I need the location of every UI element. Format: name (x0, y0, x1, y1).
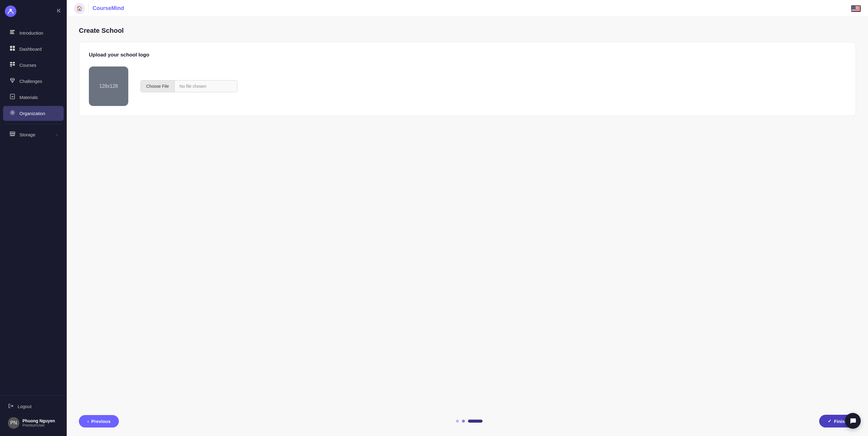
sidebar-item-organization[interactable]: Organization (3, 106, 64, 121)
topbar: 🏠 CourseMind ★ ★ ★ ★ ★ ★ ★ ★ ★ ★ ★ ★ ★ ★… (67, 0, 868, 17)
svg-point-18 (11, 112, 13, 114)
dot-1 (456, 419, 459, 423)
storage-icon (9, 131, 16, 139)
sidebar-divider (5, 124, 62, 124)
no-file-label: No file chosen (175, 84, 211, 89)
sidebar-item-label: Storage (20, 132, 35, 137)
svg-rect-12 (13, 64, 15, 65)
storage-chevron-icon: › (56, 133, 58, 137)
courses-icon (9, 61, 16, 69)
svg-point-0 (9, 9, 12, 11)
main-content: 🏠 CourseMind ★ ★ ★ ★ ★ ★ ★ ★ ★ ★ ★ ★ ★ ★… (67, 0, 868, 436)
svg-rect-2 (10, 30, 15, 31)
sidebar-item-challenges[interactable]: Challenges (3, 74, 64, 89)
file-input-wrapper: Choose File No file chosen (141, 80, 238, 92)
svg-rect-10 (13, 62, 15, 63)
logout-icon (8, 403, 14, 410)
sidebar-item-introduction[interactable]: Introduction (3, 26, 64, 40)
upload-area: 128x128 Choose File No file chosen (89, 66, 846, 106)
sidebar-user: PN Phuong Nguyen PremiumUser (5, 414, 62, 432)
svg-point-19 (10, 111, 14, 115)
sidebar-collapse-button[interactable] (56, 8, 62, 15)
sidebar-item-label: Challenges (20, 79, 42, 84)
home-icon: 🏠 (76, 5, 83, 11)
svg-rect-5 (10, 46, 12, 48)
sidebar-item-dashboard[interactable]: Dashboard (3, 41, 64, 56)
svg-text:★ ★ ★ ★ ★: ★ ★ ★ ★ ★ (852, 8, 858, 9)
avatar: PN (8, 417, 20, 429)
card-title: Upload your school logo (89, 52, 846, 58)
logout-label: Logout (18, 404, 32, 409)
svg-rect-6 (13, 46, 15, 48)
user-role: PremiumUser (23, 423, 55, 428)
sidebar-item-label: Dashboard (20, 47, 41, 52)
sidebar-item-courses[interactable]: Courses (3, 58, 64, 72)
previous-button[interactable]: ‹ Previous (79, 415, 119, 428)
svg-rect-21 (10, 134, 15, 135)
sidebar-footer: Logout PN Phuong Nguyen PremiumUser (0, 395, 67, 436)
sidebar: Introduction Dashboard (0, 0, 67, 436)
svg-rect-29 (851, 10, 861, 11)
svg-text:M↓: M↓ (11, 96, 14, 98)
svg-rect-3 (10, 32, 14, 32)
previous-icon: ‹ (87, 419, 89, 424)
image-placeholder: 128x128 (89, 66, 128, 106)
user-name: Phuong Nguyen (23, 418, 55, 423)
language-flag-button[interactable]: ★ ★ ★ ★ ★ ★ ★ ★ ★ ★ ★ ★ ★ ★ ★ ★ ★ ★ ★ ★ … (851, 5, 861, 12)
dashboard-icon (9, 45, 16, 53)
progress-dots (456, 419, 483, 423)
content-area: Create School Upload your school logo 12… (67, 17, 868, 436)
introduction-icon (9, 29, 16, 37)
challenges-icon (9, 78, 16, 85)
organization-icon (9, 110, 16, 117)
page-content: Create School Upload your school logo 12… (67, 17, 868, 409)
dot-2 (462, 419, 465, 423)
svg-rect-28 (851, 9, 861, 10)
sidebar-nav: Introduction Dashboard (0, 23, 67, 395)
user-info: Phuong Nguyen PremiumUser (23, 418, 55, 428)
svg-rect-30 (851, 11, 861, 11)
home-button[interactable]: 🏠 (74, 3, 85, 14)
svg-rect-22 (10, 136, 15, 136)
dot-bar (468, 419, 483, 423)
sidebar-item-label: Materials (20, 95, 38, 100)
sidebar-item-storage[interactable]: Storage › (3, 127, 64, 142)
svg-rect-7 (10, 49, 12, 51)
svg-rect-20 (10, 132, 15, 133)
choose-file-button[interactable]: Choose File (141, 81, 175, 92)
topbar-divider (89, 4, 89, 13)
bottom-nav: ‹ Previous ✓ Finish (67, 409, 868, 436)
sidebar-header (0, 0, 67, 23)
svg-rect-8 (13, 49, 15, 51)
chat-button[interactable] (845, 413, 861, 429)
svg-rect-11 (10, 64, 12, 65)
sidebar-item-label: Courses (20, 62, 36, 68)
sidebar-item-materials[interactable]: M↓ Materials (3, 90, 64, 105)
svg-rect-13 (10, 66, 12, 67)
sidebar-item-label: Introduction (20, 30, 43, 35)
finish-icon: ✓ (828, 418, 832, 424)
materials-icon: M↓ (9, 93, 16, 101)
sidebar-logo (5, 5, 17, 17)
sidebar-logout[interactable]: Logout (5, 400, 62, 413)
svg-rect-4 (10, 33, 14, 34)
brand: CourseMind (93, 5, 124, 11)
sidebar-item-label: Organization (20, 111, 45, 116)
upload-card: Upload your school logo 128x128 Choose F… (79, 42, 856, 116)
svg-rect-9 (10, 62, 12, 63)
page-title: Create School (79, 27, 856, 35)
